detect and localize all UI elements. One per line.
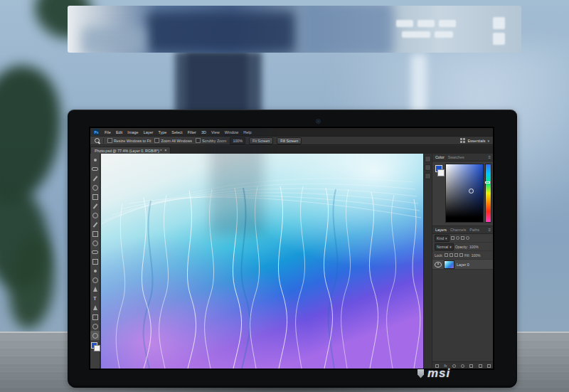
- background-color-swatch[interactable]: [437, 169, 445, 176]
- tool-clone-stamp-icon[interactable]: [90, 229, 100, 238]
- lock-pixels-icon[interactable]: [450, 253, 453, 257]
- tool-brush-icon[interactable]: [90, 220, 100, 229]
- filter-shape-layers-icon[interactable]: [466, 236, 469, 240]
- menu-bar: Ps File Edit Image Layer Type Select Fil…: [90, 128, 493, 136]
- checkbox-icon[interactable]: [196, 138, 201, 143]
- hue-slider-handle[interactable]: [485, 181, 490, 184]
- document-tab[interactable]: Photo.psd @ 77.4% (Layer 0, RGB/8*) * ×: [90, 147, 171, 154]
- tool-eyedropper-icon[interactable]: [90, 201, 100, 211]
- menu-file[interactable]: File: [105, 130, 111, 134]
- layers-panel: Layers Channels Paths ≡ Kind ▾: [432, 226, 493, 369]
- tool-pen-icon[interactable]: [90, 285, 100, 294]
- layer-visibility-eye-icon[interactable]: [435, 262, 442, 267]
- panel-dock: Color Swatches ≡: [432, 154, 493, 369]
- tool-rectangle-icon[interactable]: [90, 312, 100, 322]
- lock-position-icon[interactable]: [454, 253, 458, 257]
- menu-image[interactable]: Image: [127, 130, 138, 134]
- color-panel: Color Swatches ≡: [432, 154, 493, 225]
- tool-dodge-icon[interactable]: [90, 275, 100, 285]
- blend-opacity-row: Normal ▾ Opacity: 100%: [432, 243, 493, 251]
- tool-zoom-icon[interactable]: [90, 331, 100, 340]
- tool-quick-selection-icon[interactable]: [90, 183, 100, 192]
- menu-3d[interactable]: 3D: [201, 130, 206, 134]
- filter-type-layers-icon[interactable]: [461, 236, 464, 240]
- filter-adjustment-layers-icon[interactable]: [456, 236, 459, 240]
- checkbox-icon[interactable]: [154, 138, 159, 143]
- photoshop-window: Ps File Edit Image Layer Type Select Fil…: [90, 128, 493, 369]
- zoom-value-field[interactable]: 100%: [230, 137, 245, 144]
- fill-screen-button[interactable]: Fill Screen: [277, 137, 302, 144]
- webcam-lens: [317, 120, 319, 122]
- menu-view[interactable]: View: [211, 130, 220, 134]
- tool-gradient-icon[interactable]: [90, 257, 100, 266]
- tool-history-brush-icon[interactable]: [90, 238, 100, 248]
- foreground-background-swatches[interactable]: [91, 342, 100, 351]
- history-panel-icon[interactable]: [425, 156, 431, 162]
- picker-cursor-icon[interactable]: [469, 189, 474, 194]
- tool-crop-icon[interactable]: [90, 192, 100, 201]
- photoshop-app-icon: Ps: [93, 129, 100, 135]
- layer-name[interactable]: Layer 0: [457, 263, 469, 267]
- color-picker-field[interactable]: [445, 164, 484, 223]
- tab-channels[interactable]: Channels: [450, 228, 466, 232]
- menu-type[interactable]: Type: [158, 130, 166, 134]
- fill-value[interactable]: 100%: [472, 253, 481, 258]
- layers-panel-header: Layers Channels Paths ≡: [432, 226, 493, 234]
- fit-screen-button[interactable]: Fit Screen: [249, 137, 273, 144]
- banner-blob: [147, 11, 295, 53]
- blend-mode-dropdown[interactable]: Normal ▾: [435, 243, 454, 250]
- scrubby-zoom-checkbox[interactable]: Scrubby Zoom: [196, 138, 226, 143]
- tab-layers[interactable]: Layers: [435, 228, 447, 232]
- panel-menu-icon[interactable]: ≡: [488, 228, 491, 232]
- panel-menu-icon[interactable]: ≡: [488, 155, 491, 159]
- tab-color[interactable]: Color: [435, 155, 445, 159]
- tool-rectangular-marquee-icon[interactable]: [90, 164, 100, 174]
- msi-shield-icon: [418, 369, 424, 378]
- banner-chip: [435, 31, 453, 38]
- banner-chip: [418, 20, 435, 27]
- tool-eraser-icon[interactable]: [90, 248, 100, 257]
- workspace-switcher[interactable]: Essentials ▾: [460, 138, 489, 143]
- zoom-all-windows-checkbox[interactable]: Zoom All Windows: [154, 138, 192, 143]
- menu-help[interactable]: Help: [243, 130, 251, 134]
- tool-blur-icon[interactable]: [90, 266, 100, 275]
- layer-row[interactable]: Layer 0: [432, 260, 493, 270]
- menu-edit[interactable]: Edit: [116, 130, 122, 134]
- chevron-down-icon: ▾: [487, 139, 489, 143]
- tool-spot-healing-icon[interactable]: [90, 211, 100, 220]
- background-color-swatch[interactable]: [94, 345, 100, 351]
- tool-path-selection-icon[interactable]: [90, 303, 100, 312]
- chevron-down-icon: ▾: [450, 245, 452, 249]
- hue-slider[interactable]: [485, 164, 491, 223]
- close-icon[interactable]: ×: [164, 149, 166, 152]
- filter-pixel-layers-icon[interactable]: [451, 236, 454, 240]
- tool-move-icon[interactable]: [90, 155, 100, 164]
- resize-windows-checkbox[interactable]: Resize Windows to Fit: [107, 138, 151, 143]
- banner-blob: [82, 27, 146, 53]
- menu-select[interactable]: Select: [171, 130, 182, 134]
- document-canvas[interactable]: [101, 154, 423, 369]
- tool-type-icon[interactable]: T: [90, 294, 100, 303]
- properties-panel-icon[interactable]: [425, 164, 431, 171]
- lock-all-icon[interactable]: [459, 253, 463, 257]
- adjustments-panel-icon[interactable]: [425, 173, 431, 179]
- tool-lasso-icon[interactable]: [90, 174, 100, 183]
- laptop: Ps File Edit Image Layer Type Select Fil…: [68, 110, 517, 388]
- opacity-value[interactable]: 100%: [469, 245, 479, 249]
- tab-paths[interactable]: Paths: [469, 228, 479, 232]
- checkbox-icon[interactable]: [107, 138, 112, 143]
- zoom-tool-icon[interactable]: [94, 137, 100, 144]
- collapsed-panel-dock: [423, 154, 432, 369]
- tab-swatches[interactable]: Swatches: [448, 155, 464, 159]
- menu-window[interactable]: Window: [225, 130, 239, 134]
- menu-filter[interactable]: Filter: [188, 130, 196, 134]
- tools-panel: T: [90, 154, 100, 369]
- lock-transparency-icon[interactable]: [445, 253, 448, 257]
- menu-layer[interactable]: Layer: [144, 130, 154, 134]
- lock-fill-row: Lock: Fill: 100%: [432, 251, 493, 260]
- color-swatch-pair[interactable]: [435, 164, 444, 223]
- layer-thumbnail[interactable]: [444, 260, 454, 269]
- kind-filter-dropdown[interactable]: Kind ▾: [435, 235, 450, 242]
- banner-chip: [402, 31, 430, 38]
- tool-hand-icon[interactable]: [90, 322, 100, 331]
